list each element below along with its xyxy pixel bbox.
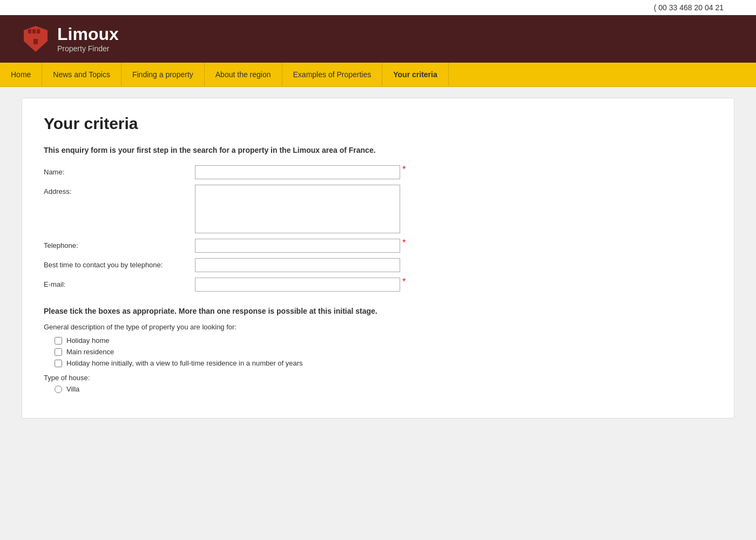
label-main-residence: Main residence bbox=[66, 348, 114, 356]
input-email[interactable] bbox=[195, 278, 400, 292]
main-nav: Home News and Topics Finding a property … bbox=[0, 63, 756, 87]
nav-examples[interactable]: Examples of Properties bbox=[282, 63, 383, 86]
content-box: Your criteria This enquiry form is your … bbox=[22, 98, 734, 418]
page-title: Your criteria bbox=[44, 114, 712, 133]
radio-villa[interactable] bbox=[55, 386, 62, 393]
field-wrap-email: * bbox=[195, 278, 406, 292]
input-besttime[interactable] bbox=[195, 258, 400, 272]
section2-title: Please tick the boxes as appropriate. Mo… bbox=[44, 307, 712, 315]
svg-rect-5 bbox=[33, 39, 38, 44]
required-star-email: * bbox=[402, 278, 406, 286]
label-villa: Villa bbox=[66, 385, 79, 393]
intro-text: This enquiry form is your first step in … bbox=[44, 146, 712, 154]
shield-icon bbox=[22, 25, 50, 53]
checkbox-row-holiday: Holiday home bbox=[55, 336, 712, 345]
svg-rect-2 bbox=[32, 29, 36, 33]
brand-name: Limoux bbox=[57, 25, 119, 44]
nav-news[interactable]: News and Topics bbox=[42, 63, 122, 86]
checkbox-row-main: Main residence bbox=[55, 348, 712, 356]
logo-text: Limoux Property Finder bbox=[57, 25, 119, 52]
field-wrap-address bbox=[195, 185, 400, 233]
radio-row-villa: Villa bbox=[55, 385, 712, 393]
field-wrap-besttime bbox=[195, 258, 400, 272]
required-star-telephone: * bbox=[402, 239, 406, 247]
label-telephone: Telephone: bbox=[44, 239, 195, 249]
logo[interactable]: Limoux Property Finder bbox=[22, 25, 119, 53]
nav-criteria[interactable]: Your criteria bbox=[382, 63, 448, 86]
label-besttime: Best time to contact you by telephone: bbox=[44, 258, 195, 269]
input-telephone[interactable] bbox=[195, 239, 400, 253]
main-wrapper: Your criteria This enquiry form is your … bbox=[0, 87, 756, 429]
criteria-form: Name: * Address: Telephone: * bbox=[44, 165, 712, 393]
form-row-name: Name: * bbox=[44, 165, 712, 179]
checkbox-holiday-home[interactable] bbox=[55, 337, 62, 345]
nav-region[interactable]: About the region bbox=[205, 63, 282, 86]
form-row-address: Address: bbox=[44, 185, 712, 233]
field-wrap-telephone: * bbox=[195, 239, 406, 253]
phone-number: ( 00 33 468 20 04 21 bbox=[654, 3, 724, 12]
input-address[interactable] bbox=[195, 185, 400, 233]
brand-subtitle: Property Finder bbox=[57, 44, 119, 53]
property-type-desc: General description of the type of prope… bbox=[44, 323, 712, 331]
form-row-email: E-mail: * bbox=[44, 278, 712, 292]
top-bar: ( 00 33 468 20 04 21 bbox=[0, 0, 756, 15]
label-name: Name: bbox=[44, 165, 195, 176]
nav-finding[interactable]: Finding a property bbox=[122, 63, 205, 86]
svg-rect-1 bbox=[28, 29, 31, 33]
checkbox-main-residence[interactable] bbox=[55, 348, 62, 356]
site-header: Limoux Property Finder bbox=[0, 15, 756, 63]
nav-home[interactable]: Home bbox=[0, 63, 42, 86]
label-holiday-future: Holiday home initially, with a view to f… bbox=[66, 359, 303, 367]
form-row-telephone: Telephone: * bbox=[44, 239, 712, 253]
form-row-besttime: Best time to contact you by telephone: bbox=[44, 258, 712, 272]
input-name[interactable] bbox=[195, 165, 400, 179]
svg-rect-3 bbox=[37, 29, 40, 33]
label-holiday-home: Holiday home bbox=[66, 336, 110, 345]
house-type-label: Type of house: bbox=[44, 374, 712, 382]
required-star-name: * bbox=[402, 165, 406, 174]
checkbox-row-holiday-future: Holiday home initially, with a view to f… bbox=[55, 359, 712, 367]
label-email: E-mail: bbox=[44, 278, 195, 288]
label-address: Address: bbox=[44, 185, 195, 195]
checkbox-holiday-future[interactable] bbox=[55, 360, 62, 367]
field-wrap-name: * bbox=[195, 165, 406, 179]
